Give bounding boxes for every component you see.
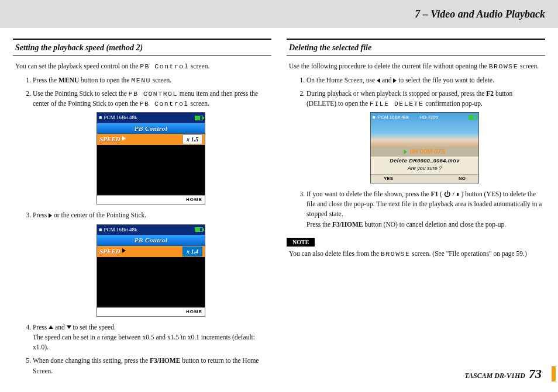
up-arrow-icon <box>49 325 53 329</box>
step-2: During playback or when playback is stop… <box>306 89 545 183</box>
device-screenshot-1: ■ PCM 16Bit 48k PB Control SPEED x 1.5 H… <box>97 112 205 204</box>
text: button to open the <box>79 77 131 84</box>
no-button[interactable]: NO <box>459 175 466 182</box>
steps-right: On the Home Screen, use and to select th… <box>287 75 545 230</box>
text: screen. <box>189 100 209 107</box>
mono-text: BROWSE <box>381 250 410 258</box>
battery-icon <box>195 116 203 120</box>
popup-filename: Delete DR0000_0064.mov <box>371 157 478 165</box>
content-columns: Setting the playback speed (method 2) Yo… <box>0 39 558 381</box>
timecode: 0H 00M 07S <box>371 147 478 157</box>
steps-left: Press the MENU button to open the MENU s… <box>13 75 271 376</box>
product-name: TASCAM DR-V1HD <box>464 372 525 380</box>
rule <box>287 39 545 40</box>
section-title-right: Deleting the selected file <box>289 43 545 53</box>
bold-text: F3/HOME <box>332 221 363 228</box>
text: The speed can be set in a range between … <box>33 334 255 351</box>
format-text: PCM 16Bit 48k <box>104 226 137 234</box>
record-icon: ■ <box>99 114 102 122</box>
page-number: 73 <box>529 366 542 381</box>
record-icon: ■ <box>373 114 376 121</box>
text: button (NO) to cancel deletion and close… <box>363 221 506 228</box>
shot-statusbar: ■ PCM 16Bit 48k <box>97 225 205 235</box>
rule-thin <box>13 55 271 55</box>
header-band: 7 – Video and Audio Playback <box>0 0 558 28</box>
text: If you want to delete the file shown, pr… <box>306 190 430 197</box>
mono-text: BROWSE <box>489 63 518 70</box>
intro-right: Use the following procedure to delete th… <box>289 61 545 72</box>
text: You can set the playback speed control o… <box>15 63 140 70</box>
mono-text: PB CONTROL <box>129 90 178 98</box>
power-icon: ⏻ <box>444 190 451 197</box>
text: confirmation pop-up. <box>423 100 483 107</box>
timecode-text: 0H 00M 07S <box>409 148 445 155</box>
step-1: On the Home Screen, use and to select th… <box>306 75 545 85</box>
text: Press the <box>33 77 58 84</box>
shot-body <box>97 257 205 307</box>
right-column: Deleting the selected file Use the follo… <box>287 39 545 381</box>
step-3: If you want to delete the file shown, pr… <box>306 189 545 230</box>
mono-text: PB Control <box>140 63 189 70</box>
play-icon <box>404 150 407 154</box>
edge-tab <box>552 366 556 381</box>
left-arrow-icon <box>377 78 380 83</box>
down-arrow-icon <box>67 325 71 329</box>
device-screenshot-2: ■ PCM 16Bit 48k PB Control SPEED x 1.4 H… <box>97 224 205 317</box>
shot-statusbar: ■ PCM 16Bit 48k HD-720p <box>371 113 478 122</box>
step-5: When done changing this setting, press t… <box>33 356 271 376</box>
mono-text: PB Control <box>140 100 189 107</box>
speed-label: SPEED <box>99 247 120 256</box>
text: Use the Pointing Stick to select the <box>33 90 129 97</box>
shot-footer: HOME <box>97 195 205 204</box>
text: screen. <box>151 77 171 84</box>
shot-body <box>97 145 205 195</box>
bar-icon: ▮ <box>456 190 460 197</box>
device-screenshot-delete: ■ PCM 16Bit 48k HD-720p 0H 00M 07S --- F… <box>370 112 479 183</box>
speed-row: SPEED x 1.4 <box>97 246 205 257</box>
resolution-text: HD-720p <box>419 114 438 121</box>
note-text: You can also delete files from the BROWS… <box>289 249 545 259</box>
step-2: Use the Pointing Stick to select the PB … <box>33 89 271 205</box>
text: Press the <box>306 221 332 228</box>
rule <box>13 39 271 40</box>
text: You can also delete files from the <box>289 250 381 257</box>
bold-text: F1 <box>430 190 438 197</box>
play-icon <box>122 248 126 253</box>
text: Use the following procedure to delete th… <box>289 63 489 70</box>
page-footer: TASCAM DR-V1HD 73 <box>464 366 542 381</box>
note-label: NOTE <box>287 238 315 247</box>
speed-label: SPEED <box>99 134 120 144</box>
intro-left: You can set the playback speed control o… <box>15 61 271 72</box>
text: screen. <box>518 63 539 70</box>
format-text: PCM 16Bit 48k <box>378 114 409 121</box>
mono-text: MENU <box>131 77 151 84</box>
text: When done changing this setting, press t… <box>33 357 150 364</box>
popup-question: Are you sure ? <box>371 165 478 173</box>
shot-title: PB Control <box>97 123 205 134</box>
step-3: Press or the center of the Pointing Stic… <box>33 210 271 316</box>
battery-icon <box>195 227 203 232</box>
text: During playback or when playback is stop… <box>306 90 486 97</box>
format-text: PCM 16Bit 48k <box>104 114 137 122</box>
bold-text: F3/HOME <box>150 357 180 364</box>
step-1: Press the MENU button to open the MENU s… <box>33 75 271 85</box>
yes-button[interactable]: YES <box>384 175 393 182</box>
left-column: Setting the playback speed (method 2) Yo… <box>13 39 271 381</box>
section-title-left: Setting the playback speed (method 2) <box>15 43 271 53</box>
text: screen. <box>189 63 209 70</box>
speed-value: x 1.5 <box>182 134 202 144</box>
step-4: Press and to set the speed. The speed ca… <box>33 322 271 353</box>
speed-value: x 1.4 <box>182 247 202 256</box>
text: screen. (See "File operations" on page 5… <box>410 250 526 257</box>
right-arrow-icon <box>393 78 397 83</box>
shot-footer: HOME <box>97 307 205 316</box>
speed-row: SPEED x 1.5 <box>97 134 205 145</box>
mono-text: FILE DELETE <box>370 100 423 107</box>
bold-text: F2 <box>486 90 494 97</box>
battery-icon <box>469 115 477 120</box>
chapter-title: 7 – Video and Audio Playback <box>415 8 545 20</box>
popup-buttons: YES NO <box>371 174 478 183</box>
right-arrow-icon <box>49 213 52 218</box>
shot-title: PB Control <box>97 235 205 246</box>
bold-text: MENU <box>58 77 79 84</box>
